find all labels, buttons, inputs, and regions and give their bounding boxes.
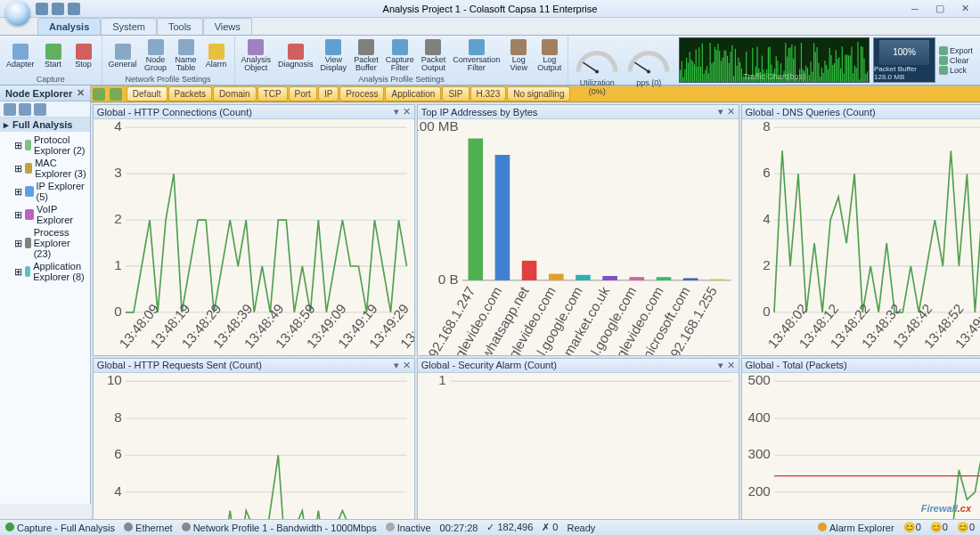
svg-text:0: 0	[114, 304, 121, 319]
svg-rect-104	[837, 59, 838, 82]
svg-text:200: 200	[747, 483, 770, 499]
dashboard-panel: Global - HTTP Requests Sent (Count)▾✕024…	[93, 358, 415, 535]
svg-rect-123	[867, 71, 868, 82]
toolbar-icon[interactable]	[34, 103, 46, 116]
svg-text:400: 400	[747, 409, 770, 425]
menu-tab-system[interactable]: System	[101, 18, 157, 35]
sub-tab-h.323[interactable]: H.323	[470, 86, 507, 101]
panel-title: Top IP Addresses by Bytes	[421, 107, 538, 118]
sub-tab-ip[interactable]: IP	[318, 86, 339, 101]
sub-tab-tcp[interactable]: TCP	[257, 86, 288, 101]
svg-rect-85	[807, 68, 808, 82]
svg-rect-110	[846, 54, 847, 82]
qat-icon[interactable]	[52, 3, 64, 15]
sub-tab-no-signalling[interactable]: No signalling	[507, 86, 570, 101]
ribbon-general-button[interactable]: General	[106, 36, 140, 75]
menu-tab-analysis[interactable]: Analysis	[37, 18, 101, 35]
svg-rect-106	[840, 69, 841, 82]
svg-text:8: 8	[763, 119, 770, 134]
ribbon-start-button[interactable]: Start	[39, 36, 68, 75]
pane-close-icon[interactable]: ✕	[77, 87, 85, 99]
toolbar-icon[interactable]	[19, 103, 31, 116]
ribbon-log-view-button[interactable]: LogView	[504, 36, 533, 75]
ribbon-analysis-object-button[interactable]: AnalysisObject	[239, 36, 274, 75]
svg-text:8: 8	[114, 409, 121, 425]
ribbon-name-table-button[interactable]: NameTable	[172, 36, 200, 75]
clear-button[interactable]: Clear	[939, 56, 978, 65]
svg-text:6: 6	[114, 446, 121, 461]
menu-tab-views[interactable]: Views	[203, 18, 252, 35]
ribbon-diagnosis-button[interactable]: Diagnosis	[275, 36, 316, 75]
qat-icon[interactable]	[36, 3, 48, 15]
ribbon-stop-button[interactable]: Stop	[69, 36, 98, 75]
sub-tab-default[interactable]: Default	[127, 86, 167, 101]
svg-rect-113	[852, 47, 853, 82]
tree-node[interactable]: ⊞ VoIP Explorer	[2, 203, 88, 226]
sub-tab-packets[interactable]: Packets	[168, 86, 213, 101]
traffic-chart: Traffic Chart(bps)	[679, 37, 870, 83]
tree-node[interactable]: ⊞ Application Explorer (8)	[2, 260, 88, 283]
svg-rect-99	[829, 48, 830, 82]
status-icon	[5, 523, 14, 531]
svg-text:10: 10	[107, 373, 122, 387]
svg-rect-10	[690, 52, 690, 82]
sub-tab-sip[interactable]: SIP	[442, 86, 469, 101]
sub-tab-port[interactable]: Port	[289, 86, 317, 101]
ribbon-log-output-button[interactable]: LogOutput	[535, 36, 564, 75]
app-orb-button[interactable]	[5, 1, 30, 26]
svg-text:1: 1	[114, 257, 121, 272]
panel-menu-icon[interactable]: ▾	[394, 106, 399, 118]
qat-icon[interactable]	[68, 3, 80, 15]
ribbon: AdapterStartStopCaptureGeneralNodeGroupN…	[0, 36, 980, 85]
toolbar-icon[interactable]	[110, 88, 122, 101]
svg-rect-109	[845, 55, 846, 82]
sub-tab-application[interactable]: Application	[385, 86, 441, 101]
svg-rect-89	[813, 43, 814, 82]
panel-menu-icon[interactable]: ▾	[394, 360, 399, 371]
svg-rect-156	[710, 280, 725, 280]
maximize-button[interactable]: ▢	[928, 3, 951, 15]
svg-text:500: 500	[747, 373, 770, 387]
ribbon-tabs: AnalysisSystemToolsViews	[0, 18, 980, 36]
svg-rect-94	[821, 68, 822, 82]
tree-node[interactable]: ⊞ Protocol Explorer (2)	[2, 134, 88, 157]
ribbon-packet-buffer-button[interactable]: PacketBuffer	[351, 36, 381, 75]
toolbar-icon[interactable]	[93, 88, 105, 101]
full-analysis-header[interactable]: ▸ Full Analysis	[0, 118, 90, 132]
panel-close-icon[interactable]: ✕	[727, 360, 735, 371]
svg-rect-147	[468, 139, 483, 280]
panel-menu-icon[interactable]: ▾	[718, 106, 723, 118]
svg-text:4: 4	[763, 211, 771, 226]
svg-rect-120	[862, 47, 863, 82]
svg-rect-96	[825, 61, 826, 82]
ribbon-alarm-button[interactable]: Alarm	[202, 36, 231, 75]
ribbon-node-group-button[interactable]: NodeGroup	[142, 36, 170, 75]
svg-rect-84	[805, 66, 806, 82]
sub-tab-process[interactable]: Process	[339, 86, 384, 101]
ribbon-packet-output-button[interactable]: PacketOutput	[419, 36, 449, 75]
svg-rect-11	[691, 60, 692, 82]
svg-rect-16	[698, 47, 699, 82]
panel-menu-icon[interactable]: ▾	[718, 360, 723, 371]
export-button[interactable]: Export	[939, 46, 978, 55]
ribbon-conversation-filter-button[interactable]: ConversationFilter	[450, 36, 502, 75]
svg-rect-112	[850, 55, 851, 82]
tree-node[interactable]: ⊞ Process Explorer (23)	[2, 226, 88, 260]
panel-close-icon[interactable]: ✕	[403, 106, 411, 118]
close-button[interactable]: ✕	[953, 3, 976, 15]
sub-tab-domain[interactable]: Domain	[213, 86, 256, 101]
svg-rect-154	[656, 277, 671, 280]
ribbon-view-display-button[interactable]: ViewDisplay	[318, 36, 350, 75]
svg-rect-27	[716, 50, 717, 82]
tree-node[interactable]: ⊞ MAC Explorer (3)	[2, 157, 88, 180]
lock-button[interactable]: Lock	[939, 66, 978, 75]
panel-close-icon[interactable]: ✕	[403, 360, 411, 371]
svg-rect-30	[721, 61, 722, 82]
toolbar-icon[interactable]	[4, 103, 16, 116]
minimize-button[interactable]: ─	[903, 3, 927, 15]
tree-node[interactable]: ⊞ IP Explorer (5)	[2, 180, 88, 203]
panel-close-icon[interactable]: ✕	[727, 106, 735, 118]
menu-tab-tools[interactable]: Tools	[157, 18, 203, 35]
ribbon-capture-filter-button[interactable]: CaptureFilter	[383, 36, 417, 75]
ribbon-adapter-button[interactable]: Adapter	[4, 36, 37, 75]
